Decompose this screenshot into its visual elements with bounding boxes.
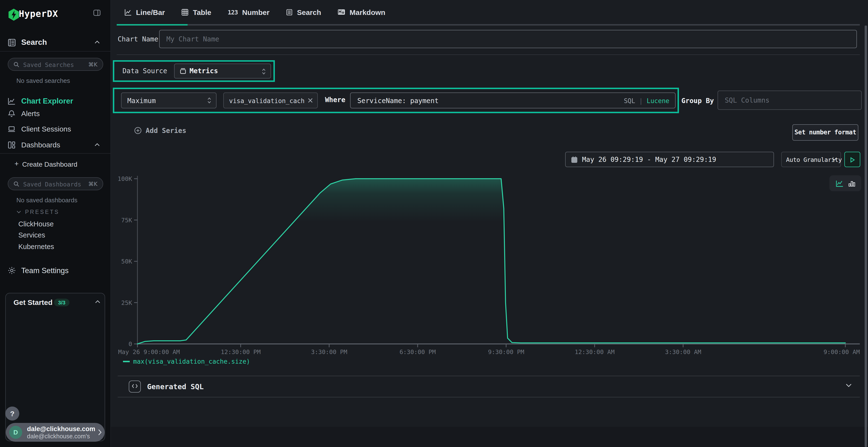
run-query-button[interactable]	[844, 152, 860, 167]
sidebar-item-team-settings[interactable]: Team Settings	[0, 265, 111, 278]
data-source-select[interactable]: Metrics	[174, 64, 271, 78]
logo-row: HyperDX	[0, 7, 111, 24]
add-series-button[interactable]: Add Series	[134, 127, 186, 134]
svg-text:3:30:00 PM: 3:30:00 PM	[311, 348, 347, 355]
code-icon	[129, 381, 141, 392]
aggregation-select[interactable]: Maximum	[121, 93, 217, 108]
select-chevrons-icon	[261, 68, 266, 75]
tab-search[interactable]: Search	[286, 8, 321, 16]
set-number-format-button[interactable]: Set number format	[792, 124, 858, 141]
create-dashboard-label: Create Dashboard	[22, 161, 78, 168]
get-started-progress-badge: 3/3	[54, 299, 69, 306]
tab-table[interactable]: Table	[181, 8, 211, 16]
legend-line-swatch	[123, 361, 130, 362]
metric-name: visa_validation_cach	[229, 97, 305, 105]
search-section-icon	[8, 38, 16, 47]
sidebar: HyperDX Search Saved Searches ⌘K No save…	[0, 0, 111, 447]
tab-label: Line/Bar	[136, 8, 165, 16]
calendar-icon	[571, 156, 578, 163]
chart-name-input[interactable]	[159, 30, 857, 48]
chart-plot[interactable]: 025K50K75K100KMay 26 9:00:00 AM12:30:00 …	[118, 173, 860, 359]
group-by-input[interactable]	[717, 91, 862, 110]
user-team: dale@clickhouse.com's	[27, 433, 90, 440]
svg-text:9:30:00 PM: 9:30:00 PM	[488, 348, 524, 355]
saved-dashboards-input[interactable]: Saved Dashboards ⌘K	[8, 177, 103, 190]
divider	[0, 51, 111, 51]
divider	[117, 55, 860, 55]
svg-text:25K: 25K	[121, 299, 132, 306]
svg-text:6:30:00 PM: 6:30:00 PM	[400, 348, 436, 355]
sidebar-collapse-icon[interactable]	[93, 9, 101, 16]
user-email: dale@clickhouse.com	[27, 425, 95, 433]
date-range-input[interactable]: May 26 09:29:19 - May 27 09:29:19	[565, 152, 774, 167]
aggregation-value: Maximum	[127, 97, 156, 105]
preset-item-kubernetes[interactable]: Kubernetes	[18, 243, 105, 251]
where-value: ServiceName: payment	[357, 97, 439, 105]
circle-plus-icon	[134, 127, 142, 134]
shortcut-badge: ⌘K	[88, 181, 97, 187]
svg-text:50K: 50K	[121, 258, 132, 265]
svg-text:75K: 75K	[121, 217, 132, 224]
metric-field-tag[interactable]: visa_validation_cach	[223, 93, 318, 108]
markdown-icon	[338, 9, 345, 15]
hyperdx-logo-icon	[7, 8, 20, 21]
tab-label: Table	[193, 8, 211, 16]
tab-label: Markdown	[350, 8, 385, 16]
tab-line-bar[interactable]: Line/Bar	[124, 8, 165, 16]
divider	[0, 153, 111, 153]
user-menu[interactable]: D dale@clickhouse.com dale@clickhouse.co…	[6, 423, 105, 442]
tab-label: Number	[242, 8, 269, 16]
list-icon	[286, 8, 293, 16]
database-icon	[179, 67, 187, 75]
sidebar-item-client-sessions[interactable]: Client Sessions	[0, 122, 111, 136]
date-range-value: May 26 09:29:19 - May 27 09:29:19	[582, 156, 716, 163]
generated-sql-label: Generated SQL	[147, 382, 204, 391]
toggle-divider: |	[639, 97, 643, 105]
sidebar-item-label: Alerts	[21, 109, 40, 117]
sidebar-item-chart-explorer[interactable]: Chart Explorer	[0, 94, 111, 108]
lucene-toggle-option[interactable]: Lucene	[647, 97, 669, 105]
chevron-down-icon[interactable]	[846, 383, 851, 387]
sql-toggle-option[interactable]: SQL	[624, 97, 635, 105]
preset-item-services[interactable]: Services	[18, 231, 105, 240]
where-input[interactable]: ServiceName: payment SQL | Lucene	[350, 93, 676, 108]
add-series-label: Add Series	[146, 127, 186, 134]
create-dashboard-button[interactable]: + Create Dashboard	[0, 159, 111, 170]
generated-sql-section[interactable]: Generated SQL	[111, 376, 868, 397]
app-window: HyperDX Search Saved Searches ⌘K No save…	[0, 0, 868, 447]
chevron-up-icon[interactable]	[95, 300, 100, 304]
close-icon[interactable]	[308, 98, 313, 103]
data-source-value: Metrics	[189, 67, 218, 75]
svg-text:9:00:00 AM: 9:00:00 AM	[824, 348, 860, 355]
tabbar-underline	[117, 24, 860, 26]
presets-header[interactable]: PRESETS	[0, 209, 111, 216]
bell-icon	[8, 110, 16, 117]
divider	[118, 397, 860, 398]
play-icon	[850, 157, 855, 163]
svg-text:100K: 100K	[118, 175, 132, 182]
granularity-select[interactable]: Auto Granularity	[781, 152, 841, 167]
preset-item-clickhouse[interactable]: ClickHouse	[18, 220, 105, 229]
tab-markdown[interactable]: Markdown	[338, 8, 385, 16]
sidebar-item-label: Chart Explorer	[21, 97, 73, 105]
search-icon	[13, 62, 19, 67]
dashboard-grid-icon	[8, 141, 16, 149]
avatar: D	[9, 426, 22, 439]
gear-icon	[8, 266, 16, 275]
saved-searches-placeholder: Saved Searches	[23, 61, 74, 68]
sidebar-section-search[interactable]: Search	[0, 36, 111, 50]
saved-searches-input[interactable]: Saved Searches ⌘K	[8, 58, 103, 71]
scrollbar[interactable]	[865, 26, 867, 447]
chart-legend[interactable]: max(visa_validation_cache.size)	[123, 358, 250, 365]
help-button[interactable]: ?	[5, 407, 19, 420]
chevron-right-icon	[98, 429, 102, 436]
sidebar-item-label: Dashboards	[21, 141, 60, 149]
sidebar-item-alerts[interactable]: Alerts	[0, 106, 111, 121]
tab-number[interactable]: 123 Number	[227, 8, 270, 16]
get-started-card: Get Started 3/3 Connect to ClickHouse Se…	[5, 293, 105, 441]
chevron-down-icon	[17, 210, 21, 213]
no-saved-searches-note: No saved searches	[17, 77, 70, 84]
sidebar-item-dashboards[interactable]: Dashboards	[0, 138, 111, 152]
chevron-up-icon	[94, 143, 100, 146]
group-by-label: Group By	[681, 97, 714, 105]
